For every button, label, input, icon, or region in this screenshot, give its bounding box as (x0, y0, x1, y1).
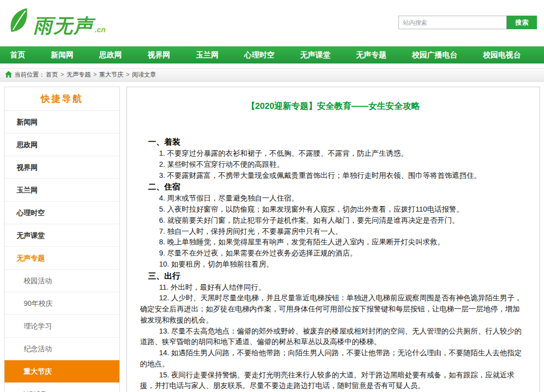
article-paragraph: 12. 人少时、天黑时尽量坐电梯，并且尽量靠近电梯按钮：单独进入电梯前应观察周围… (140, 293, 526, 325)
logo-suffix: .cn (95, 25, 106, 35)
breadcrumb: 当前位置： 首页>无声专题>重大节庆>阅读文章 (0, 68, 544, 82)
nav-item[interactable]: 首页 (10, 50, 25, 60)
article-paragraph: 2. 某些时候不宜穿行动不便的高跟鞋。 (140, 159, 526, 170)
sidebar-item[interactable]: 重大节庆 (5, 360, 119, 383)
main-area: 快捷导航 新闻网思政网视界网玉兰网心理时空无声课堂无声专题校园活动90年校庆理论… (0, 82, 544, 392)
page: 雨无声 .cn 搜索 首页新闻网思政网视界网玉兰网心理时空无声课堂无声专题校园广… (0, 0, 544, 392)
article-paragraph: 10. 如要租房，切勿单独前往看房。 (140, 259, 526, 270)
nav-item[interactable]: 无声课堂 (300, 50, 330, 60)
leaf-logo-icon (8, 6, 33, 35)
sidebar-item[interactable]: VOICE (5, 383, 119, 392)
sidebar-item[interactable]: 理论学习 (5, 315, 119, 338)
nav-item[interactable]: 玉兰网 (196, 50, 219, 60)
breadcrumb-link[interactable]: 重大节庆 (99, 71, 123, 78)
site-header: 雨无声 .cn 搜索 (0, 0, 544, 46)
nav-inner: 首页新闻网思政网视界网玉兰网心理时空无声课堂无声专题校园广播电台校园电视台首页 (0, 46, 544, 63)
article-title: 【2020迎新专题】安全教育——女生安全攻略 (140, 100, 526, 112)
article-paragraph: 14. 如遇陌生男人问路，不要给他带路；向陌生男人问路，不要让他带路；无论什么理… (140, 348, 526, 370)
site-logo[interactable]: 雨无声 .cn (8, 6, 106, 35)
section-heading: 二、住宿 (140, 181, 526, 193)
sidebar-item[interactable]: 90年校庆 (5, 292, 119, 315)
section-heading: 三、出行 (140, 270, 526, 282)
article-paragraph: 5. 入夜时拉好窗帘，以防偷窥；如果发现窗外有人窥探，切勿出外查看，应拨打110… (140, 204, 526, 215)
nav-item[interactable]: 校园广播电台 (412, 50, 457, 60)
sidebar-item[interactable]: 思政网 (5, 134, 119, 156)
sidebar-item[interactable]: 校园活动 (5, 270, 119, 292)
sidebar-item[interactable]: 新闻网 (5, 111, 119, 134)
section-heading: 一、着装 (140, 136, 526, 148)
breadcrumb-link[interactable]: 首页 (46, 71, 58, 78)
sidebar-title: 快捷导航 (5, 87, 119, 111)
breadcrumb-separator: > (93, 71, 97, 78)
nav-item[interactable]: 校园电视台 (483, 50, 521, 60)
nav-item[interactable]: 无声专题 (356, 50, 386, 60)
breadcrumb-link[interactable]: 阅读文章 (132, 71, 156, 78)
article-paragraph: 4. 周末或节假日，尽量避免独自一人住宿。 (140, 193, 526, 204)
article-paragraph: 9. 尽量不在外过夜，如果需要在外过夜务必选择正规的酒店。 (140, 248, 526, 259)
breadcrumb-separator: > (126, 71, 129, 78)
article-body: 一、着装1. 不要穿过分暴露的衣衫和裙子，不低胸、不露腰、不露背，防止产生诱惑。… (140, 136, 526, 392)
article-paragraph: 15. 夜间行走要保持警惕。要走灯光明亮往来行人较多的大道。对于路边黑暗处要有戒… (140, 370, 526, 392)
sidebar-item[interactable]: 纪念活动 (5, 338, 119, 360)
article-paragraph: 3. 不要露财露富，不携带大量现金或佩戴贵重首饰出行；单独行走时用衣领、围巾等将… (140, 170, 526, 181)
article-paragraph: 13. 尽量不去高危地点：偏僻的郊外或野岭、被废弃的楼屋或相对封闭的空间、无人管… (140, 326, 526, 348)
search-input[interactable] (398, 16, 507, 29)
sidebar-list: 新闻网思政网视界网玉兰网心理时空无声课堂无声专题校园活动90年校庆理论学习纪念活… (5, 111, 119, 392)
nav-item[interactable]: 视界网 (148, 50, 170, 60)
breadcrumb-items: 首页>无声专题>重大节庆>阅读文章 (45, 71, 157, 79)
home-icon (5, 71, 15, 79)
article-paragraph: 8. 晚上单独睡觉，如果觉得屋里有响声，发觉有陌生人进入室内，应果断开灯尖叫求救… (140, 237, 526, 248)
nav-item[interactable]: 思政网 (99, 50, 122, 60)
sidebar-item[interactable]: 玉兰网 (5, 179, 119, 202)
article-paragraph: 6. 就寝前要关好门窗，防止犯罪分子趁机作案。如有人敲门，要先问清是谁再决定是否… (140, 215, 526, 226)
sidebar-item[interactable]: 无声课堂 (5, 224, 119, 247)
breadcrumb-link[interactable]: 无声专题 (66, 71, 91, 78)
site-search: 搜索 (398, 16, 537, 29)
nav-item[interactable]: 新闻网 (51, 50, 74, 60)
article-paragraph: 7. 独自一人时，保持房间灯光，不要暴露房中只有一人。 (140, 226, 526, 237)
sidebar-item[interactable]: 心理时空 (5, 202, 119, 224)
article-panel: 【2020迎新专题】安全教育——女生安全攻略 一、着装1. 不要穿过分暴露的衣衫… (126, 87, 540, 392)
breadcrumb-prefix: 当前位置： (15, 71, 45, 79)
search-button[interactable]: 搜索 (507, 16, 537, 29)
nav-item[interactable]: 心理时空 (244, 50, 275, 60)
sidebar: 快捷导航 新闻网思政网视界网玉兰网心理时空无声课堂无声专题校园活动90年校庆理论… (4, 87, 120, 392)
sidebar-item[interactable]: 视界网 (5, 156, 119, 179)
article-paragraph: 11. 外出时，最好有人结伴同行。 (140, 282, 526, 293)
main-nav: 首页新闻网思政网视界网玉兰网心理时空无声课堂无声专题校园广播电台校园电视台首页 (0, 46, 544, 63)
sidebar-item[interactable]: 无声专题 (5, 247, 119, 270)
breadcrumb-separator: > (60, 71, 64, 78)
logo-text: 雨无声 (33, 16, 94, 35)
article-paragraph: 1. 不要穿过分暴露的衣衫和裙子，不低胸、不露腰、不露背，防止产生诱惑。 (140, 148, 526, 159)
